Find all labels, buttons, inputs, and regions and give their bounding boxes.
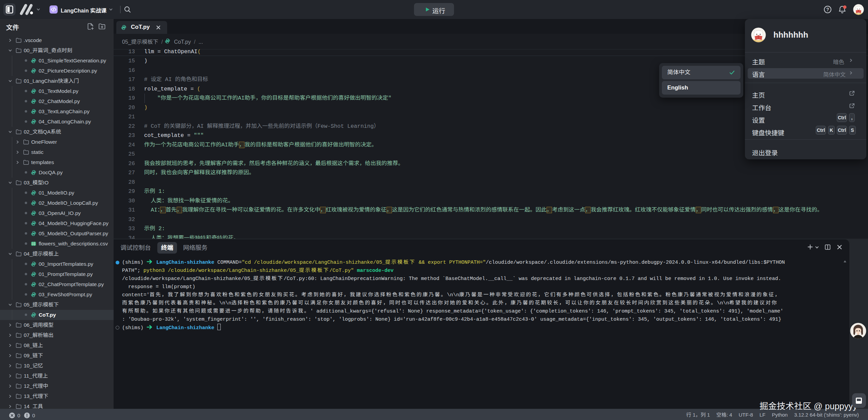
svg-text:?: ? (826, 7, 829, 12)
